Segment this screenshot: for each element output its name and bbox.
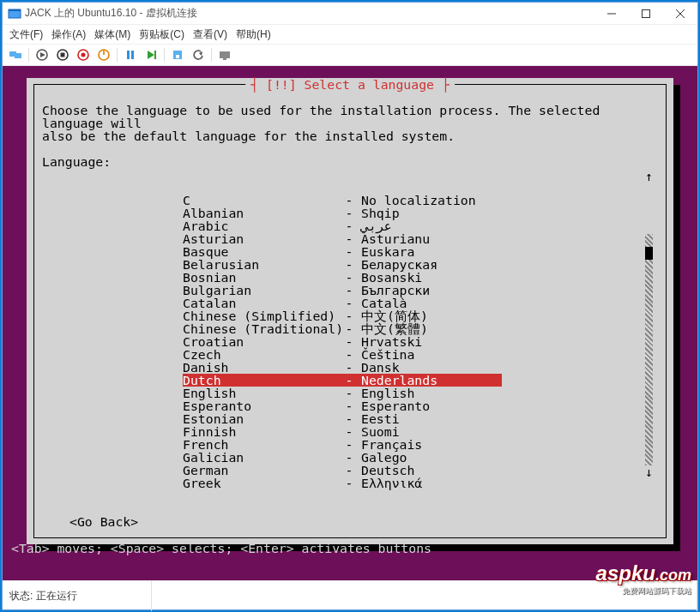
- language-item[interactable]: English-English: [42, 387, 658, 399]
- language-native: Nederlands: [361, 374, 502, 387]
- scroll-track[interactable]: [645, 234, 653, 465]
- language-item[interactable]: Bulgarian-Български: [42, 284, 658, 297]
- language-name: English: [183, 387, 337, 399]
- menu-clipboard[interactable]: 剪贴板(C): [139, 27, 184, 42]
- dash: -: [337, 464, 361, 477]
- save-icon[interactable]: [96, 47, 112, 63]
- language-name: Estonian: [183, 412, 337, 425]
- language-name: Galician: [183, 451, 337, 464]
- scroll-column: ↑ ↓: [645, 170, 653, 478]
- vm-screen: ┤ [!!] Select a language ├ Choose the la…: [3, 66, 697, 580]
- language-item[interactable]: Albanian-Shqip: [42, 207, 658, 219]
- scroll-down-arrow[interactable]: ↓: [645, 465, 653, 478]
- language-name: Bulgarian: [183, 284, 337, 297]
- menu-help[interactable]: 帮助(H): [236, 27, 271, 42]
- maximize-button[interactable]: [629, 3, 663, 25]
- dash: -: [337, 194, 361, 207]
- app-icon: [8, 7, 21, 21]
- close-button[interactable]: [663, 3, 697, 25]
- language-item[interactable]: Estonian-Eesti: [42, 412, 658, 425]
- language-item[interactable]: Arabic-عربي: [42, 219, 658, 232]
- language-name: German: [183, 464, 337, 477]
- language-native: Asturianu: [361, 232, 658, 245]
- vm-connection-window: JACK 上的 Ubuntu16.10 - 虚拟机连接 文件(F) 操作(A) …: [2, 2, 698, 610]
- language-item[interactable]: Chinese (Traditional)-中文(繁體): [42, 322, 658, 335]
- language-item[interactable]: French-Français: [42, 438, 658, 451]
- language-name: Belarusian: [183, 258, 337, 271]
- dash: -: [337, 374, 361, 387]
- shutdown-icon[interactable]: [75, 47, 91, 63]
- language-native: Hrvatski: [361, 335, 658, 348]
- toolbar: [3, 44, 697, 66]
- window-controls: [594, 3, 697, 25]
- scroll-thumb[interactable]: [645, 247, 653, 260]
- language-item[interactable]: Croatian-Hrvatski: [42, 335, 658, 348]
- menubar: 文件(F) 操作(A) 媒体(M) 剪贴板(C) 查看(V) 帮助(H): [3, 25, 697, 44]
- language-item[interactable]: Bosnian-Bosanski: [42, 271, 658, 284]
- language-name: Chinese (Simplified): [183, 309, 337, 322]
- language-native: English: [361, 387, 658, 399]
- ctrl-alt-del-icon[interactable]: [8, 47, 23, 63]
- svg-marker-18: [148, 51, 154, 59]
- revert-icon[interactable]: [190, 47, 206, 63]
- dash: -: [337, 297, 361, 309]
- language-item[interactable]: Chinese (Simplified)-中文(简体): [42, 309, 658, 322]
- language-item[interactable]: Finnish-Suomi: [42, 425, 658, 438]
- language-name: Finnish: [183, 425, 337, 438]
- separator: [117, 48, 118, 62]
- language-item[interactable]: Dutch-Nederlands: [183, 374, 502, 387]
- language-item[interactable]: C-No localization: [42, 194, 658, 207]
- svg-rect-3: [643, 9, 650, 17]
- language-name: Esperanto: [183, 399, 337, 412]
- dash: -: [337, 387, 361, 399]
- svg-marker-21: [199, 51, 202, 56]
- menu-view[interactable]: 查看(V): [193, 27, 227, 42]
- language-name: Czech: [183, 348, 337, 361]
- minimize-button[interactable]: [594, 3, 629, 25]
- language-name: Albanian: [183, 207, 337, 219]
- language-item[interactable]: Catalan-Català: [42, 297, 658, 309]
- menu-action[interactable]: 操作(A): [51, 27, 86, 42]
- language-name: Chinese (Traditional): [183, 322, 337, 335]
- language-native: Euskara: [361, 245, 658, 258]
- dash: -: [337, 361, 361, 374]
- language-item[interactable]: Basque-Euskara: [42, 245, 658, 258]
- language-native: Eesti: [361, 412, 658, 425]
- language-item[interactable]: Czech-Čeština: [42, 348, 658, 361]
- language-item[interactable]: Galician-Galego: [42, 451, 658, 464]
- reset-icon[interactable]: [143, 47, 159, 63]
- language-name: Asturian: [183, 232, 337, 245]
- language-name: Bosnian: [183, 271, 337, 284]
- separator: [164, 48, 165, 62]
- language-native: Català: [361, 297, 658, 309]
- language-name: Catalan: [183, 297, 337, 309]
- start-icon[interactable]: [34, 47, 50, 63]
- menu-media[interactable]: 媒体(M): [94, 27, 130, 42]
- language-native: Suomi: [361, 425, 658, 438]
- checkpoint-icon[interactable]: [170, 47, 185, 63]
- language-item[interactable]: Danish-Dansk: [42, 361, 658, 374]
- dialog-prompt: Choose the language to be used for the i…: [42, 104, 658, 142]
- svg-marker-9: [40, 52, 45, 57]
- language-item[interactable]: Esperanto-Esperanto: [42, 399, 658, 412]
- separator: [211, 48, 212, 62]
- dash: -: [337, 219, 361, 232]
- dash: -: [337, 232, 361, 245]
- language-item[interactable]: Asturian-Asturianu: [42, 232, 658, 245]
- language-item[interactable]: Belarusian-Беларуская: [42, 258, 658, 271]
- dash: -: [337, 207, 361, 219]
- turnoff-icon[interactable]: [55, 47, 70, 63]
- pause-icon[interactable]: [123, 47, 138, 63]
- dash: -: [337, 438, 361, 451]
- enhanced-session-icon[interactable]: [217, 47, 232, 63]
- language-item[interactable]: Greek-Ελληνικά: [42, 477, 658, 489]
- language-list[interactable]: C-No localizationAlbanian-ShqipArabic-عر…: [42, 194, 658, 489]
- svg-rect-22: [220, 51, 230, 58]
- menu-file[interactable]: 文件(F): [9, 27, 43, 42]
- go-back-button[interactable]: <Go Back>: [69, 515, 658, 528]
- scroll-up-arrow[interactable]: ↑: [645, 170, 653, 183]
- language-item[interactable]: German-Deutsch: [42, 464, 658, 477]
- language-native: Български: [361, 284, 658, 297]
- dash: -: [337, 245, 361, 258]
- language-native: 中文(简体): [361, 309, 658, 322]
